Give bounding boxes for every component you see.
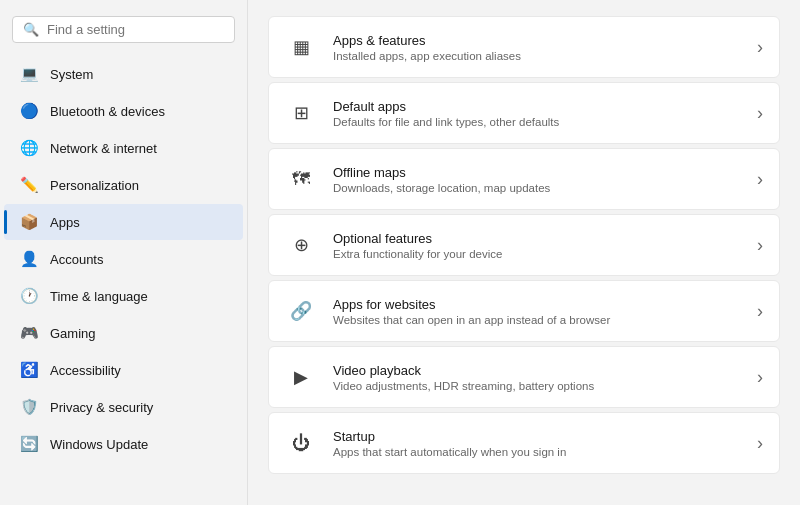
default-apps-icon: ⊞ (285, 97, 317, 129)
sidebar-item-label-accessibility: Accessibility (50, 363, 121, 378)
settings-item-apps-features[interactable]: ▦Apps & featuresInstalled apps, app exec… (268, 16, 780, 78)
settings-list: ▦Apps & featuresInstalled apps, app exec… (268, 16, 780, 474)
default-apps-title: Default apps (333, 99, 741, 114)
sidebar-item-apps[interactable]: 📦Apps (4, 204, 243, 240)
sidebar: 🔍 💻System🔵Bluetooth & devices🌐Network & … (0, 0, 248, 505)
apps-features-title: Apps & features (333, 33, 741, 48)
settings-item-optional-features[interactable]: ⊕Optional featuresExtra functionality fo… (268, 214, 780, 276)
sidebar-item-accessibility[interactable]: ♿Accessibility (4, 352, 243, 388)
search-icon: 🔍 (23, 22, 39, 37)
video-playback-chevron-icon: › (757, 367, 763, 388)
apps-icon: 📦 (20, 213, 38, 231)
sidebar-item-label-personalization: Personalization (50, 178, 139, 193)
video-playback-icon: ▶ (285, 361, 317, 393)
apps-websites-chevron-icon: › (757, 301, 763, 322)
sidebar-item-gaming[interactable]: 🎮Gaming (4, 315, 243, 351)
bluetooth-icon: 🔵 (20, 102, 38, 120)
video-playback-title: Video playback (333, 363, 741, 378)
sidebar-item-label-update: Windows Update (50, 437, 148, 452)
offline-maps-title: Offline maps (333, 165, 741, 180)
system-icon: 💻 (20, 65, 38, 83)
sidebar-item-label-accounts: Accounts (50, 252, 103, 267)
default-apps-description: Defaults for file and link types, other … (333, 116, 741, 128)
apps-websites-icon: 🔗 (285, 295, 317, 327)
optional-features-icon: ⊕ (285, 229, 317, 261)
apps-websites-description: Websites that can open in an app instead… (333, 314, 741, 326)
nav-list: 💻System🔵Bluetooth & devices🌐Network & in… (0, 55, 247, 463)
apps-features-text: Apps & featuresInstalled apps, app execu… (333, 33, 741, 62)
search-input[interactable] (47, 22, 224, 37)
sidebar-item-personalization[interactable]: ✏️Personalization (4, 167, 243, 203)
optional-features-text: Optional featuresExtra functionality for… (333, 231, 741, 260)
optional-features-title: Optional features (333, 231, 741, 246)
optional-features-chevron-icon: › (757, 235, 763, 256)
sidebar-item-privacy[interactable]: 🛡️Privacy & security (4, 389, 243, 425)
sidebar-item-bluetooth[interactable]: 🔵Bluetooth & devices (4, 93, 243, 129)
startup-chevron-icon: › (757, 433, 763, 454)
sidebar-item-label-network: Network & internet (50, 141, 157, 156)
startup-icon: ⏻ (285, 427, 317, 459)
network-icon: 🌐 (20, 139, 38, 157)
settings-item-startup[interactable]: ⏻StartupApps that start automatically wh… (268, 412, 780, 474)
video-playback-description: Video adjustments, HDR streaming, batter… (333, 380, 741, 392)
sidebar-item-label-time: Time & language (50, 289, 148, 304)
settings-item-offline-maps[interactable]: 🗺Offline mapsDownloads, storage location… (268, 148, 780, 210)
sidebar-item-update[interactable]: 🔄Windows Update (4, 426, 243, 462)
offline-maps-text: Offline mapsDownloads, storage location,… (333, 165, 741, 194)
search-box[interactable]: 🔍 (12, 16, 235, 43)
sidebar-item-label-gaming: Gaming (50, 326, 96, 341)
settings-item-apps-websites[interactable]: 🔗Apps for websitesWebsites that can open… (268, 280, 780, 342)
offline-maps-description: Downloads, storage location, map updates (333, 182, 741, 194)
offline-maps-chevron-icon: › (757, 169, 763, 190)
sidebar-item-system[interactable]: 💻System (4, 56, 243, 92)
apps-websites-text: Apps for websitesWebsites that can open … (333, 297, 741, 326)
sidebar-item-label-system: System (50, 67, 93, 82)
sidebar-item-label-bluetooth: Bluetooth & devices (50, 104, 165, 119)
sidebar-item-label-privacy: Privacy & security (50, 400, 153, 415)
sidebar-item-network[interactable]: 🌐Network & internet (4, 130, 243, 166)
gaming-icon: 🎮 (20, 324, 38, 342)
default-apps-chevron-icon: › (757, 103, 763, 124)
time-icon: 🕐 (20, 287, 38, 305)
privacy-icon: 🛡️ (20, 398, 38, 416)
startup-description: Apps that start automatically when you s… (333, 446, 741, 458)
sidebar-item-accounts[interactable]: 👤Accounts (4, 241, 243, 277)
update-icon: 🔄 (20, 435, 38, 453)
apps-features-icon: ▦ (285, 31, 317, 63)
sidebar-item-time[interactable]: 🕐Time & language (4, 278, 243, 314)
offline-maps-icon: 🗺 (285, 163, 317, 195)
startup-title: Startup (333, 429, 741, 444)
video-playback-text: Video playbackVideo adjustments, HDR str… (333, 363, 741, 392)
default-apps-text: Default appsDefaults for file and link t… (333, 99, 741, 128)
main-content: ▦Apps & featuresInstalled apps, app exec… (248, 0, 800, 505)
accounts-icon: 👤 (20, 250, 38, 268)
accessibility-icon: ♿ (20, 361, 38, 379)
sidebar-item-label-apps: Apps (50, 215, 80, 230)
settings-item-default-apps[interactable]: ⊞Default appsDefaults for file and link … (268, 82, 780, 144)
personalization-icon: ✏️ (20, 176, 38, 194)
optional-features-description: Extra functionality for your device (333, 248, 741, 260)
startup-text: StartupApps that start automatically whe… (333, 429, 741, 458)
apps-websites-title: Apps for websites (333, 297, 741, 312)
apps-features-chevron-icon: › (757, 37, 763, 58)
settings-item-video-playback[interactable]: ▶Video playbackVideo adjustments, HDR st… (268, 346, 780, 408)
apps-features-description: Installed apps, app execution aliases (333, 50, 741, 62)
